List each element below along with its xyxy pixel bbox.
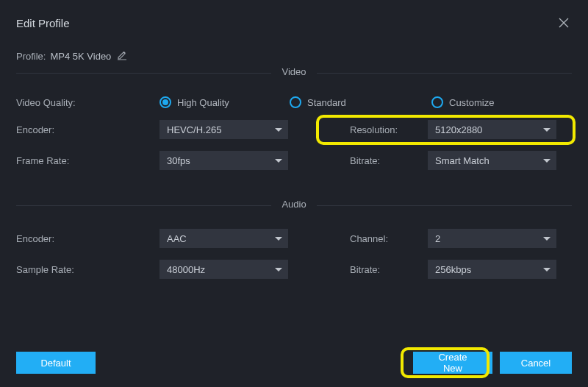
profile-row: Profile: MP4 5K Video (16, 50, 572, 63)
dialog-title: Edit Profile (16, 17, 70, 29)
chevron-down-icon (275, 128, 282, 132)
audio-bitrate-value: 256kbps (435, 264, 471, 275)
audio-encoder-label: Encoder: (16, 233, 159, 244)
channel-select[interactable]: 2 (428, 229, 556, 248)
chevron-down-icon (275, 237, 282, 241)
framerate-bitrate-row: Frame Rate: 30fps Bitrate: Smart Match (16, 151, 572, 170)
sample-rate-label: Sample Rate: (16, 264, 159, 275)
samplerate-audiobitrate-row: Sample Rate: 48000Hz Bitrate: 256kbps (16, 260, 572, 279)
video-quality-label: Video Quality: (16, 97, 159, 108)
profile-value: MP4 5K Video (50, 51, 111, 62)
frame-rate-label: Frame Rate: (16, 155, 159, 166)
video-bitrate-select[interactable]: Smart Match (428, 151, 556, 170)
quality-high-label: High Quality (177, 97, 229, 108)
audio-bitrate-select[interactable]: 256kbps (428, 260, 556, 279)
channel-label: Channel: (319, 233, 428, 244)
chevron-down-icon (543, 268, 551, 271)
cancel-button[interactable]: Cancel (500, 352, 572, 374)
chevron-down-icon (543, 237, 551, 241)
dialog-footer: Default Create New Cancel (16, 352, 572, 374)
radio-icon (290, 96, 301, 108)
resolution-label: Resolution: (319, 124, 428, 135)
audio-section-header: Audio (16, 205, 572, 220)
frame-rate-value: 30fps (167, 155, 190, 166)
pencil-icon[interactable] (117, 50, 127, 63)
video-section-header: Video (16, 73, 572, 88)
quality-standard-radio[interactable]: Standard (290, 96, 431, 108)
resolution-select[interactable]: 5120x2880 (428, 120, 556, 139)
chevron-down-icon (275, 159, 282, 163)
sample-rate-value: 48000Hz (167, 264, 205, 275)
audio-bitrate-label: Bitrate: (319, 264, 428, 275)
resolution-value: 5120x2880 (435, 124, 482, 135)
chevron-down-icon (543, 128, 551, 132)
channel-value: 2 (435, 233, 440, 244)
video-bitrate-value: Smart Match (435, 155, 490, 166)
default-button[interactable]: Default (16, 352, 96, 374)
quality-customize-radio[interactable]: Customize (431, 96, 494, 108)
dialog-header: Edit Profile (16, 15, 572, 31)
radio-icon (431, 96, 443, 108)
create-new-button[interactable]: Create New (413, 352, 492, 374)
frame-rate-select[interactable]: 30fps (159, 151, 288, 170)
video-encoder-select[interactable]: HEVC/H.265 (159, 120, 288, 139)
video-bitrate-label: Bitrate: (319, 155, 428, 166)
video-encoder-value: HEVC/H.265 (167, 124, 221, 135)
quality-customize-label: Customize (449, 97, 494, 108)
chevron-down-icon (275, 268, 282, 271)
video-quality-radios: High Quality Standard Customize (159, 96, 572, 108)
encoder-resolution-row: Encoder: HEVC/H.265 Resolution: 5120x288… (16, 120, 572, 139)
profile-label: Profile: (16, 51, 46, 62)
video-quality-row: Video Quality: High Quality Standard Cus… (16, 96, 572, 108)
sample-rate-select[interactable]: 48000Hz (159, 260, 288, 279)
audio-encoder-value: AAC (167, 233, 187, 244)
close-icon[interactable] (556, 15, 572, 31)
audio-encoder-select[interactable]: AAC (159, 229, 288, 248)
quality-standard-label: Standard (307, 97, 346, 108)
video-section-label: Video (271, 66, 316, 77)
quality-high-radio[interactable]: High Quality (159, 96, 290, 108)
radio-icon (159, 96, 171, 108)
audio-encoder-channel-row: Encoder: AAC Channel: 2 (16, 229, 572, 248)
video-encoder-label: Encoder: (16, 124, 159, 135)
audio-section-label: Audio (271, 199, 316, 210)
chevron-down-icon (543, 159, 551, 163)
